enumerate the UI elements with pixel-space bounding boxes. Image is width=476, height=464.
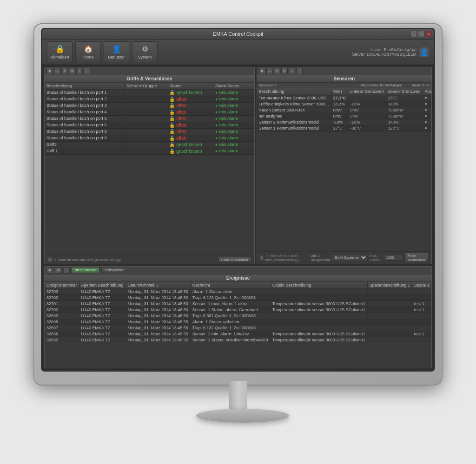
griffe-checkbox[interactable]: ✓ bbox=[47, 257, 52, 262]
stand-neck bbox=[229, 381, 247, 409]
app-title: EMKA Control Cockpit bbox=[213, 31, 264, 37]
home-button[interactable]: 🏠 Home bbox=[75, 41, 101, 62]
ereignisse-table-scroll[interactable]: Ereignisnummer Agenten Beschreibung Datu… bbox=[45, 282, 431, 368]
table-row[interactable]: 32701 U140 EMKA TZ Montag, 31. März 2014… bbox=[45, 301, 431, 307]
sensoren-btn-4[interactable]: ⊞ bbox=[281, 68, 288, 74]
ereignis-agent: U140 EMKA TZ bbox=[79, 313, 126, 319]
sensoren-btn-1[interactable]: ■ bbox=[259, 68, 265, 74]
col-sensor-oben[interactable]: oberer Grenzwert bbox=[386, 88, 423, 95]
griffe-status: 🔓 offen bbox=[167, 115, 213, 122]
griffe-desc: Griff3 bbox=[45, 141, 124, 148]
table-row[interactable]: Status of handle / latch on port 8 🔓 off… bbox=[45, 135, 254, 141]
col-sensor-desc[interactable]: Beschreibung bbox=[257, 88, 331, 95]
sensoren-filter-btn[interactable]: Filter bearbeiten bbox=[404, 253, 429, 263]
griffe-status: 🔒 geschlossen bbox=[167, 148, 213, 154]
griffe-alarm: ● kein Alarm bbox=[213, 102, 254, 109]
home-icon: 🏠 bbox=[84, 45, 93, 53]
table-row[interactable]: 32695 U140 EMKA TZ Montag, 31. März 2014… bbox=[45, 337, 431, 343]
ereignis-nr: 32700 bbox=[45, 307, 79, 313]
col-schrank[interactable]: Schrank Gruppe bbox=[124, 83, 167, 90]
griffe-table-scroll[interactable]: Beschreibung Schrank Gruppe Status Alarm… bbox=[45, 83, 254, 255]
sensoren-btn-3[interactable]: ✕ bbox=[274, 68, 280, 74]
col-spalte1[interactable]: Spalte 1 bbox=[412, 282, 431, 289]
table-row[interactable]: 32698 U140 EMKA TZ Montag, 31. März 2014… bbox=[45, 319, 431, 325]
table-row[interactable]: Temperatur Klima Sensor 3000-U2S 27,1°C … bbox=[257, 95, 431, 101]
table-row[interactable]: Sensor 1 Kommunikationsmodul 27°C -30°C … bbox=[257, 125, 431, 131]
table-row[interactable]: Griff 1 🔒 geschlossen ● kein Alarm bbox=[45, 148, 254, 154]
monitor-bezel: EMKA Control Cockpit _ □ × 🔒 Abmelden bbox=[41, 28, 435, 372]
col-sensor-alarm[interactable]: Alarm bbox=[423, 88, 431, 95]
stand-base bbox=[196, 409, 289, 423]
maximize-button[interactable]: □ bbox=[418, 31, 424, 37]
col-status[interactable]: Status bbox=[167, 83, 213, 90]
col-sensor-unten[interactable]: unterer Grenzwert bbox=[348, 88, 386, 95]
sensoren-btn-2[interactable]: — bbox=[266, 68, 273, 74]
abmelden-button[interactable]: 🔒 Abmelden bbox=[47, 41, 73, 62]
griffe-btn-1[interactable]: ■ bbox=[46, 68, 53, 74]
user-server: Server: LOCALHOST\MSSQLELM bbox=[352, 52, 416, 57]
table-row[interactable]: Griff3 🔒 geschlossen ● kein Alarm bbox=[45, 141, 254, 148]
col-spalte-label[interactable]: Spaltenbeschriftung 1 bbox=[367, 282, 412, 289]
ereignis-nachricht: Trap: 6.132 Quelle: 1: Ziel 000003 bbox=[190, 325, 270, 331]
table-row[interactable]: Luftfeuchtigkeits Klima Sensor 3000... 2… bbox=[257, 101, 431, 107]
griffe-btn-4[interactable]: ⊞ bbox=[69, 68, 75, 74]
griffe-btn-2[interactable]: — bbox=[54, 68, 60, 74]
col-objekt[interactable]: Objekt Beschreibung bbox=[270, 282, 367, 289]
table-row[interactable]: 32700 U140 EMKA TZ Montag, 31. März 2014… bbox=[45, 307, 431, 313]
sensoren-btn-6[interactable]: ⋯ bbox=[296, 68, 303, 74]
sensoren-btn-5[interactable]: ↕ bbox=[289, 68, 295, 74]
system-button[interactable]: ⚙ System bbox=[132, 41, 158, 62]
table-row[interactable]: Rauch Sensor 3000-U34 0mV 0mV 7500mV ● bbox=[257, 107, 431, 113]
griffe-desc: Griff 1 bbox=[45, 148, 124, 154]
table-row[interactable]: Status of handle / latch on port 5 🔓 off… bbox=[45, 128, 254, 135]
col-alarm-status[interactable]: Alarm Status ... bbox=[213, 83, 254, 90]
table-row[interactable]: 32696 U140 EMKA TZ Montag, 31. März 2014… bbox=[45, 331, 431, 337]
col-beschreibung[interactable]: Beschreibung bbox=[45, 83, 124, 90]
sensoren-maxrows-input[interactable] bbox=[384, 255, 403, 261]
ereignisse-btn-3[interactable]: ⋯ bbox=[63, 267, 70, 274]
ereignis-datum: Montag, 31. März 2014 13:46:50 bbox=[126, 294, 190, 301]
griffe-filter-btn[interactable]: Filter bearbeiten bbox=[218, 257, 251, 263]
sensoren-checkbox[interactable]: ✓ bbox=[260, 255, 264, 260]
table-row[interactable]: Status of handle / latch on port 2 🔓 off… bbox=[45, 96, 254, 102]
col-ereignisnr[interactable]: Ereignisnummer bbox=[45, 282, 79, 289]
sensoren-elm-select[interactable]: ELM-Systeme bbox=[332, 254, 368, 261]
ereignis-spalte1 bbox=[412, 313, 431, 319]
griffe-status: 🔓 offen bbox=[167, 128, 213, 135]
diese-woche-btn[interactable]: diese Woche bbox=[72, 267, 99, 273]
table-row[interactable]: not assigned 0mV 0mV 7500mV ● bbox=[257, 113, 431, 119]
griffe-desc: Status of handle / latch on port 4 bbox=[45, 109, 124, 115]
minimize-button[interactable]: _ bbox=[410, 31, 417, 37]
griffe-btn-5[interactable]: ↕ bbox=[76, 68, 83, 74]
col-sensor-wert[interactable]: Wert bbox=[331, 88, 348, 95]
table-row[interactable]: 32699 U140 EMKA TZ Montag, 31. März 2014… bbox=[45, 313, 431, 319]
ereignisse-btn-1[interactable]: ■ bbox=[46, 267, 53, 274]
sensoren-table-scroll[interactable]: Beschreibung Wert unterer Grenzwert ober… bbox=[257, 88, 431, 251]
sensor-unten: -30°C bbox=[348, 125, 386, 131]
col-agenten[interactable]: Agenten Beschreibung bbox=[79, 282, 126, 289]
table-row[interactable]: Status of handle / latch on port 3 🔓 off… bbox=[45, 102, 254, 109]
close-button[interactable]: × bbox=[425, 31, 432, 37]
table-row[interactable]: Status of handle / latch on port 4 🔓 off… bbox=[45, 109, 254, 115]
table-row[interactable]: 32703 U140 EMKA TZ Montag, 31. März 2014… bbox=[45, 288, 431, 294]
benutzer-label: Benutzer bbox=[108, 55, 125, 59]
table-row[interactable]: Status of handle / latch on port 5 🔓 off… bbox=[45, 115, 254, 122]
zeitspanne-btn[interactable]: Zeitspanne bbox=[101, 267, 126, 273]
sensor-wert: 27,1°C bbox=[331, 95, 348, 101]
user-info: Users: ElmStsConfigApp Server: LOCALHOST… bbox=[352, 47, 429, 57]
table-row[interactable]: Sensor 2 Kommunikationsmodul -10% -10% 1… bbox=[257, 119, 431, 125]
table-row[interactable]: 32697 U140 EMKA TZ Montag, 31. März 2014… bbox=[45, 325, 431, 331]
col-nachricht[interactable]: Nachricht bbox=[190, 282, 270, 289]
table-row[interactable]: 32702 U140 EMKA TZ Montag, 31. März 2014… bbox=[45, 294, 431, 301]
ereignisse-btn-2[interactable]: ⊞ bbox=[55, 267, 61, 274]
col-datum[interactable]: Datum/Uhrzeit ▲ bbox=[126, 282, 190, 289]
ereignis-agent: U140 EMKA TZ bbox=[79, 337, 126, 343]
griffe-btn-3[interactable]: ✕ bbox=[61, 68, 68, 74]
table-row[interactable]: Status of handle / latch on port 6 🔓 off… bbox=[45, 122, 254, 128]
griffe-btn-6[interactable]: ⋯ bbox=[84, 68, 90, 74]
table-row[interactable]: Status of handle / latch on port 1 🔒 ges… bbox=[45, 89, 254, 96]
sensor-wert: 0mV bbox=[331, 113, 348, 119]
griffe-alarm: ● kein Alarm bbox=[213, 109, 254, 115]
benutzer-button[interactable]: 👤 Benutzer bbox=[104, 41, 129, 62]
griffe-status: 🔓 offen bbox=[167, 109, 213, 115]
